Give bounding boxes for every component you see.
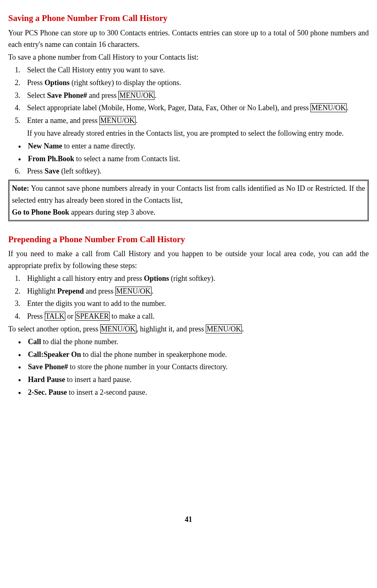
step-3b: Enter the digits you want to add to the … xyxy=(27,298,369,310)
step-1b: Highlight a call history entry and press… xyxy=(27,273,369,285)
menu-ok-key: MENU/OK xyxy=(99,116,136,125)
section1-steps-cont: Press Save (left softkey). xyxy=(8,165,369,177)
note-box: Note: You cannot save phone numbers alre… xyxy=(8,180,369,221)
step-4: Select appropriate label (Mobile, Home, … xyxy=(27,102,369,114)
section1-steps: Select the Call History entry you want t… xyxy=(8,64,369,127)
bullet-call-speaker: Call:Speaker On to dial the phone number… xyxy=(28,349,369,361)
step-5: Enter a name, and press MENU/OK. xyxy=(27,115,369,127)
menu-ok-key: MENU/OK xyxy=(115,287,152,296)
bullet-hard-pause: Hard Pause to insert a hard pause. xyxy=(28,374,369,386)
section2-intro: If you need to make a call from Call His… xyxy=(8,248,369,272)
options-label: Options xyxy=(45,79,70,87)
section1-intro: Your PCS Phone can store up to 300 Conta… xyxy=(8,27,369,51)
bullet-2sec-pause: 2-Sec. Pause to insert a 2-second pause. xyxy=(28,387,369,398)
save-label: Save xyxy=(45,167,60,175)
menu-ok-key: MENU/OK xyxy=(100,324,136,333)
entry-mode-list: New Name to enter a name directly. From … xyxy=(8,140,369,165)
menu-ok-key: MENU/OK xyxy=(310,103,347,112)
hard-pause-label: Hard Pause xyxy=(28,375,65,384)
bullet-new-name: New Name to enter a name directly. xyxy=(28,140,369,152)
call-label: Call xyxy=(28,338,41,346)
goto-phonebook-label: Go to Phone Book xyxy=(12,208,69,216)
call-speaker-label: Call:Speaker On xyxy=(28,350,81,359)
section1-heading: Saving a Phone Number From Call History xyxy=(8,12,369,25)
step-2: Press Options (right softkey) to display… xyxy=(27,77,369,89)
menu-ok-key: MENU/OK xyxy=(206,324,242,333)
section2-steps: Highlight a call history entry and press… xyxy=(8,273,369,322)
options-label: Options xyxy=(144,274,169,282)
from-phbook-label: From Ph.Book xyxy=(28,155,74,163)
new-name-label: New Name xyxy=(28,142,62,150)
step-4b: Press TALK or SPEAKER to make a call. xyxy=(27,310,369,322)
step-3: Select Save Phone# and press MENU/OK. xyxy=(27,90,369,102)
save-phone-label: Save Phone# xyxy=(28,363,68,371)
step5-sub: If you have already stored entries in th… xyxy=(27,127,369,139)
bullet-save-phone: Save Phone# to store the phone number in… xyxy=(28,361,369,373)
save-phone-label: Save Phone# xyxy=(47,91,87,100)
select-another-option: To select another option, press MENU/OK,… xyxy=(8,323,369,335)
talk-key: TALK xyxy=(45,312,66,321)
prepend-label: Prepend xyxy=(57,287,84,295)
two-sec-pause-label: 2-Sec. Pause xyxy=(28,388,67,396)
step-2b: Highlight Prepend and press MENU/OK. xyxy=(27,285,369,297)
options-list: Call to dial the phone number. Call:Spea… xyxy=(8,336,369,398)
page-number: 41 xyxy=(8,514,369,525)
step-6: Press Save (left softkey). xyxy=(27,165,369,177)
menu-ok-key: MENU/OK xyxy=(118,91,154,100)
note-label: Note: xyxy=(12,184,29,192)
bullet-call: Call to dial the phone number. xyxy=(28,336,369,348)
step-1: Select the Call History entry you want t… xyxy=(27,64,369,76)
section1-todo: To save a phone number from Call History… xyxy=(8,51,369,63)
speaker-key: SPEAKER xyxy=(75,312,110,321)
section2-heading: Prepending a Phone Number From Call Hist… xyxy=(8,233,369,247)
bullet-from-phbook: From Ph.Book to select a name from Conta… xyxy=(28,153,369,165)
